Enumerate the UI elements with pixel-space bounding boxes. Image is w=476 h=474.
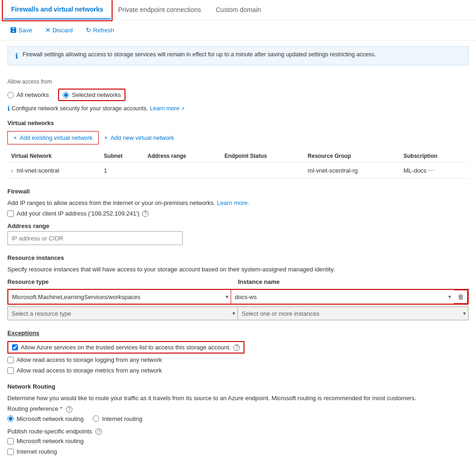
- network-routing-section: Network Routing Determine how you would …: [7, 383, 469, 455]
- publish-internet-routing-checkbox[interactable]: [7, 449, 14, 455]
- exception-checkbox-1[interactable]: [12, 344, 18, 350]
- tab-custom-domain[interactable]: Custom domain: [208, 0, 268, 19]
- instance-name-select-wrapper-2: Select one or more instances ▾: [238, 306, 469, 320]
- exception-row-2: Allow read access to storage logging fro…: [7, 356, 469, 363]
- exception-checkbox-2[interactable]: [7, 357, 14, 363]
- table-row: › ml-vnet-scentral 1 ml-vnet-scentral-rg…: [7, 162, 469, 179]
- tab-firewalls[interactable]: Firewalls and virtual networks: [4, 0, 111, 19]
- plus-icon-existing: +: [13, 134, 17, 141]
- instance-name-select-wrapper-1: docs-ws ▾: [231, 290, 454, 304]
- routing-pref-label: Routing preference * ?: [7, 405, 469, 413]
- th-endpoint: Endpoint Status: [221, 150, 304, 162]
- exception-row-1: Allow Azure services on the trusted serv…: [7, 341, 469, 354]
- external-link-icon: ↗: [181, 106, 184, 111]
- add-existing-vnet-button[interactable]: + Add existing virtual network: [7, 131, 99, 144]
- th-subnet: Subnet: [100, 150, 144, 162]
- learn-more-link-networks[interactable]: Learn more ↗: [150, 105, 184, 112]
- delete-row-1-button[interactable]: 🗑: [454, 290, 468, 304]
- client-ip-checkbox[interactable]: [7, 210, 14, 217]
- virtual-networks-title: Virtual networks: [7, 120, 469, 126]
- resource-type-select-wrapper-2: Select a resource type ▾: [7, 306, 238, 320]
- th-address: Address range: [144, 150, 221, 162]
- exception-checkbox-3[interactable]: [7, 367, 14, 374]
- instance-name-select-1[interactable]: docs-ws: [231, 290, 454, 304]
- toolbar: Save ✕ Discard ↻ Refresh: [0, 20, 476, 41]
- delete-icon: 🗑: [458, 293, 464, 300]
- save-button[interactable]: Save: [7, 25, 35, 36]
- allow-access-label: Allow access from: [7, 78, 469, 85]
- cell-rg: ml-vnet-scentral-rg: [304, 162, 400, 179]
- cell-subnet: 1: [100, 162, 144, 179]
- publish-info-icon[interactable]: ?: [95, 428, 102, 435]
- asterisk: *: [60, 405, 62, 412]
- exception-row-3: Allow read access to storage metrics fro…: [7, 367, 469, 374]
- firewall-learn-more-link[interactable]: Learn more.: [217, 199, 249, 206]
- discard-button[interactable]: ✕ Discard: [42, 24, 76, 36]
- resource-type-select-wrapper-1: Microsoft.MachineLearningServices/worksp…: [8, 290, 231, 304]
- resource-row-2: Select a resource type ▾ Select one or m…: [7, 306, 469, 320]
- vnet-actions: + Add existing virtual network + Add new…: [7, 131, 469, 144]
- client-ip-checkbox-row: Add your client IP address ('108.252.109…: [7, 210, 469, 217]
- main-container: Firewalls and virtual networks Private e…: [0, 0, 476, 466]
- resource-row-1: Microsoft.MachineLearningServices/worksp…: [7, 289, 469, 305]
- cell-address: [144, 162, 221, 179]
- cell-vnet: › ml-vnet-scentral: [7, 162, 100, 179]
- address-range-label: Address range: [7, 222, 469, 229]
- radio-all-networks[interactable]: All networks: [7, 91, 49, 98]
- resource-type-select-1[interactable]: Microsoft.MachineLearningServices/worksp…: [8, 290, 231, 304]
- firewall-section: Firewall Add IP ranges to allow access f…: [7, 188, 469, 245]
- routing-radio-group: Microsoft network routing Internet routi…: [7, 415, 469, 422]
- network-routing-title: Network Routing: [7, 383, 469, 390]
- add-new-vnet-button[interactable]: + Add new virtual network: [99, 132, 180, 144]
- x-icon: ✕: [45, 26, 51, 34]
- resource-grid-header: Resource type Instance name: [7, 278, 469, 287]
- routing-pref-info-icon[interactable]: ?: [66, 406, 72, 413]
- client-ip-info-icon[interactable]: ?: [142, 210, 149, 217]
- radio-group-access: All networks Selected networks: [7, 89, 469, 101]
- th-rg: Resource Group: [304, 150, 400, 162]
- network-security-info: ℹ Configure network security for your st…: [7, 105, 469, 112]
- info-banner: ℹ Firewall settings allowing access to s…: [7, 46, 469, 66]
- firewall-title: Firewall: [7, 188, 469, 195]
- exceptions-title: Exceptions: [7, 330, 469, 336]
- th-sub: Subscription: [400, 150, 469, 162]
- info-banner-icon: ℹ: [15, 52, 18, 60]
- routing-desc: Determine how you would like to route yo…: [7, 395, 469, 402]
- th-vnet: Virtual Network: [7, 150, 100, 162]
- exceptions-section: Exceptions Allow Azure services on the t…: [7, 330, 469, 374]
- publish-ms-routing-checkbox[interactable]: [7, 438, 14, 444]
- plus-icon-new: +: [104, 134, 108, 141]
- vnet-table: Virtual Network Subnet Address range End…: [7, 150, 469, 179]
- cell-sub: ML-docs ···: [400, 162, 469, 179]
- info-small-icon: ℹ: [7, 105, 10, 112]
- tab-bar: Firewalls and virtual networks Private e…: [0, 0, 476, 20]
- resource-instances-title: Resource instances: [7, 254, 469, 261]
- publish-label: Publish route-specific endpoints ?: [7, 428, 469, 435]
- address-range-input[interactable]: [7, 231, 183, 245]
- radio-internet-routing[interactable]: Internet routing: [93, 415, 142, 422]
- expand-icon[interactable]: ›: [11, 167, 13, 174]
- exception-info-icon-1[interactable]: ?: [233, 344, 240, 351]
- instance-name-select-2[interactable]: Select one or more instances: [238, 306, 469, 320]
- save-icon: [10, 27, 17, 33]
- content-area: Allow access from All networks Selected …: [0, 71, 476, 466]
- publish-ms-routing-row: Microsoft network routing: [7, 438, 469, 444]
- resource-type-header: Resource type: [7, 278, 238, 287]
- firewall-desc: Add IP ranges to allow access from the i…: [7, 199, 469, 206]
- tab-private-endpoint[interactable]: Private endpoint connections: [111, 0, 208, 19]
- resource-type-select-2[interactable]: Select a resource type: [7, 306, 238, 320]
- cell-endpoint: [221, 162, 304, 179]
- radio-ms-routing[interactable]: Microsoft network routing: [7, 415, 83, 422]
- row-menu-button[interactable]: ···: [428, 166, 434, 174]
- resource-instances-section: Resource instances Specify resource inst…: [7, 254, 469, 320]
- resource-instances-desc: Specify resource instances that will hav…: [7, 266, 469, 273]
- refresh-button[interactable]: ↻ Refresh: [83, 24, 117, 36]
- instance-name-header: Instance name: [238, 278, 469, 287]
- radio-selected-networks[interactable]: Selected networks: [58, 89, 125, 101]
- publish-internet-routing-row: Internet routing: [7, 448, 469, 455]
- refresh-icon: ↻: [86, 26, 91, 34]
